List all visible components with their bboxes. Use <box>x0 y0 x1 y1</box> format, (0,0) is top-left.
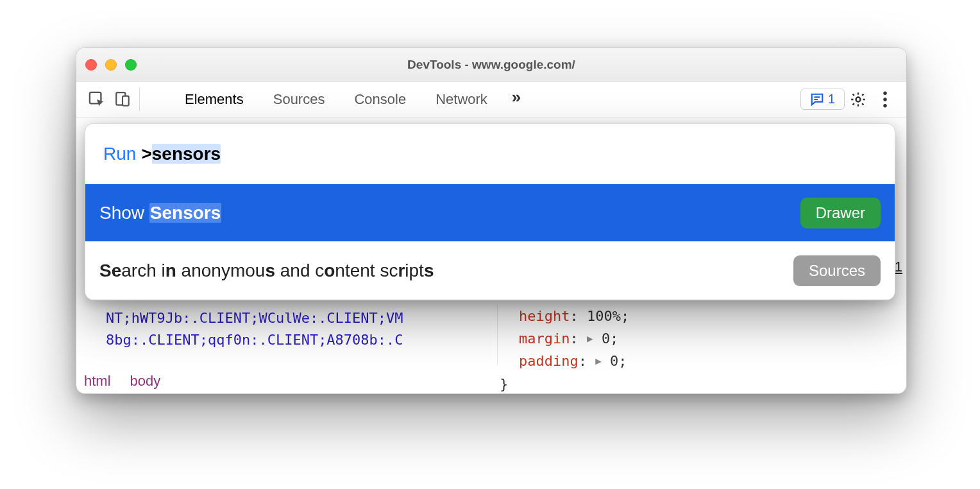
css-rule-line[interactable]: height: 100%; <box>519 305 820 327</box>
kebab-menu-icon[interactable] <box>872 86 899 113</box>
command-result-search-scripts[interactable]: Search in anonymous and content scripts … <box>85 242 895 300</box>
command-result-label: Show Sensors <box>99 203 800 223</box>
device-toolbar-icon[interactable] <box>110 87 135 112</box>
css-block-close: } <box>500 373 820 394</box>
feedback-icon <box>810 92 824 107</box>
svg-point-6 <box>883 104 886 107</box>
zoom-window-button[interactable] <box>125 59 137 71</box>
command-result-show-sensors[interactable]: Show Sensors Drawer <box>85 184 895 242</box>
feedback-count: 1 <box>828 92 835 107</box>
pane-divider[interactable] <box>497 305 498 365</box>
settings-icon[interactable] <box>845 86 872 113</box>
css-rule-line[interactable]: padding: ▶ 0; <box>519 350 820 372</box>
more-tabs-icon[interactable]: » <box>512 89 521 105</box>
command-query-row[interactable]: Run >sensors <box>85 124 895 184</box>
code-line: NT;hWT9Jb:.CLIENT;WCulWe:.CLIENT;VM <box>106 307 491 329</box>
svg-point-4 <box>883 91 886 94</box>
breadcrumb-body[interactable]: body <box>130 373 161 390</box>
svg-point-5 <box>883 98 886 101</box>
result-category-badge: Drawer <box>800 198 881 228</box>
feedback-button[interactable]: 1 <box>800 89 845 110</box>
css-styles-pane: height: 100%; margin: ▶ 0; padding: ▶ 0;… <box>500 305 820 394</box>
titlebar: DevTools - www.google.com/ <box>76 48 906 82</box>
tab-console[interactable]: Console <box>354 91 406 108</box>
tab-elements[interactable]: Elements <box>185 91 244 108</box>
breadcrumb: html body <box>84 373 160 390</box>
run-label: Run <box>103 144 136 164</box>
html-attribute-text: NT;hWT9Jb:.CLIENT;WCulWe:.CLIENT;VM 8bg:… <box>106 307 491 351</box>
css-rule-line[interactable]: margin: ▶ 0; <box>519 327 820 350</box>
query-text: sensors <box>152 144 221 164</box>
command-palette: Run >sensors Show Sensors Drawer Search … <box>85 123 895 300</box>
result-category-badge: Sources <box>793 255 881 286</box>
tab-sources[interactable]: Sources <box>273 91 325 108</box>
svg-rect-2 <box>122 96 129 105</box>
toolbar-separator <box>139 88 140 111</box>
devtools-tabs: Elements Sources Console Network <box>185 91 487 108</box>
close-window-button[interactable] <box>85 59 97 71</box>
breadcrumb-html[interactable]: html <box>84 373 111 390</box>
inspect-element-icon[interactable] <box>84 87 110 112</box>
query-prompt: >sensors <box>141 144 221 164</box>
window-title: DevTools - www.google.com/ <box>76 58 906 72</box>
code-line: 8bg:.CLIENT;qqf0n:.CLIENT;A8708b:.C <box>106 329 491 351</box>
command-result-label: Search in anonymous and content scripts <box>99 261 793 281</box>
minimize-window-button[interactable] <box>105 59 117 71</box>
svg-point-3 <box>856 97 861 101</box>
match-count-hint: 1 <box>895 259 902 275</box>
traffic-lights <box>85 59 137 71</box>
toolbar: Elements Sources Console Network » 1 <box>76 82 906 117</box>
tab-network[interactable]: Network <box>435 91 487 108</box>
